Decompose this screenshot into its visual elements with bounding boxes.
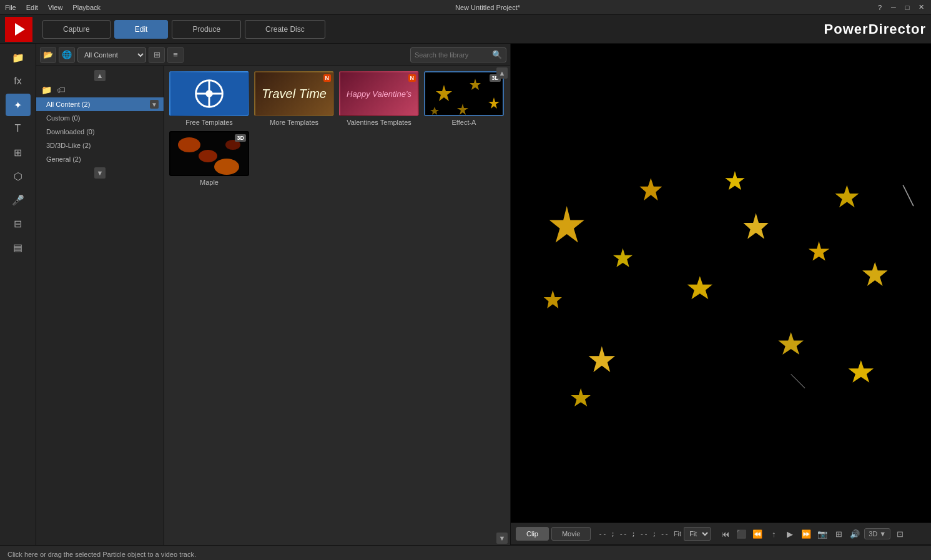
minimize-icon[interactable]: ─ bbox=[889, 2, 899, 12]
lib-sidebar: ▲ 📁 🏷 All Content (2) ▼ Custom (0) Downl… bbox=[36, 66, 164, 545]
lib-grid-btn[interactable]: ⊞ bbox=[149, 47, 165, 63]
snapshot-btn[interactable]: 📷 bbox=[815, 527, 829, 541]
template-valentines-badge: N bbox=[408, 74, 416, 82]
lib-search-wrap: 🔍 bbox=[410, 47, 506, 62]
menu-file[interactable]: File bbox=[5, 4, 16, 11]
help-icon[interactable]: ? bbox=[875, 2, 885, 12]
volume-btn[interactable]: 🔊 bbox=[848, 527, 862, 541]
chapmark-tool[interactable]: ▤ bbox=[6, 236, 31, 258]
fx-tool[interactable]: fx bbox=[6, 70, 31, 92]
time-display: -- ; -- ; -- ; -- bbox=[598, 530, 669, 538]
sidebar-scroll-up[interactable]: ▲ bbox=[94, 70, 106, 81]
svg-marker-0 bbox=[15, 23, 25, 36]
capture-button[interactable]: Capture bbox=[42, 20, 111, 39]
edit-button[interactable]: Edit bbox=[114, 20, 169, 39]
media-tool[interactable]: 📁 bbox=[6, 46, 31, 69]
template-effect-a[interactable]: 3D Effect-A bbox=[424, 71, 504, 126]
preview-panel: Clip Movie -- ; -- ; -- ; -- Fit Fit ⏮ ⬛… bbox=[511, 44, 931, 545]
library-content: ▲ 📁 🏷 All Content (2) ▼ Custom (0) Downl… bbox=[36, 66, 510, 545]
title-center: New Untitled Project* bbox=[111, 4, 865, 11]
library-toolbar: 📂 🌐 All Content ⊞ ≡ 🔍 bbox=[36, 44, 510, 66]
3d-badge[interactable]: 3D ▼ bbox=[864, 528, 890, 539]
preview-transport: ⏮ ⬛ ⏪ ↑ ▶ ⏩ 📷 ⊞ 🔊 3D ▼ ⊡ bbox=[718, 527, 907, 541]
audio-tool[interactable]: 🎤 bbox=[6, 189, 31, 211]
lib-import-btn[interactable]: 📂 bbox=[40, 47, 56, 63]
lib-dropdown[interactable]: All Content bbox=[77, 47, 146, 62]
template-maple-badge: 3D bbox=[235, 134, 246, 142]
pip-tool[interactable]: ⊞ bbox=[6, 141, 31, 164]
play-btn[interactable]: ▶ bbox=[783, 527, 797, 541]
svg-point-15 bbox=[199, 150, 217, 162]
template-effect-label: Effect-A bbox=[452, 119, 476, 126]
fit-label: Fit bbox=[674, 530, 681, 538]
svg-rect-17 bbox=[511, 150, 931, 416]
sidebar-item-custom[interactable]: Custom (0) bbox=[36, 111, 164, 125]
preview-tab-movie[interactable]: Movie bbox=[551, 527, 591, 541]
template-maple[interactable]: 3D Maple bbox=[169, 131, 249, 186]
folder-icon[interactable]: 📁 bbox=[41, 85, 52, 95]
svg-point-14 bbox=[214, 159, 239, 175]
template-maple-label: Maple bbox=[200, 179, 219, 186]
search-input[interactable] bbox=[415, 51, 490, 59]
svg-point-13 bbox=[178, 137, 200, 152]
subtitle-tool[interactable]: ⊟ bbox=[6, 212, 31, 235]
tag-icon[interactable]: 🏷 bbox=[57, 85, 66, 95]
lib-list-btn[interactable]: ≡ bbox=[167, 47, 184, 63]
pip-btn[interactable]: ⊡ bbox=[893, 527, 907, 541]
restore-icon[interactable]: □ bbox=[902, 2, 912, 12]
scroll-btn-all[interactable]: ▼ bbox=[150, 100, 159, 109]
left-panel: 📁 fx ✦ T ⊞ ⬡ 🎤 ⊟ ▤ bbox=[0, 44, 36, 545]
fit-select[interactable]: Fit bbox=[684, 527, 711, 541]
sidebar-scroll-down[interactable]: ▼ bbox=[94, 167, 106, 179]
grid-scroll-down[interactable]: ▼ bbox=[496, 531, 508, 545]
menu-bar: File Edit View Playback New Untitled Pro… bbox=[0, 0, 931, 15]
lib-sidebar-icons: 📁 🏷 bbox=[36, 82, 164, 97]
brand-title: PowerDirector bbox=[824, 21, 926, 37]
step-back-btn[interactable]: ⏪ bbox=[751, 527, 764, 541]
grid-btn[interactable]: ⊞ bbox=[832, 527, 845, 541]
status-message: Click here or drag the selected Particle… bbox=[7, 551, 196, 558]
sidebar-item-general[interactable]: General (2) bbox=[36, 152, 164, 166]
sidebar-item-3d[interactable]: 3D/3D-Like (2) bbox=[36, 139, 164, 152]
mode-bar: Capture Edit Produce Create Disc PowerDi… bbox=[0, 15, 931, 44]
main-layout: 📁 fx ✦ T ⊞ ⬡ 🎤 ⊟ ▤ 📂 🌐 All Content ⊞ ≡ 🔍 bbox=[0, 44, 931, 545]
text-tool[interactable]: T bbox=[6, 117, 31, 140]
template-more[interactable]: N Travel Time More Templates bbox=[254, 71, 334, 126]
library-panel: 📂 🌐 All Content ⊞ ≡ 🔍 ▲ 📁 🏷 bbox=[36, 44, 511, 545]
menu-edit[interactable]: Edit bbox=[26, 4, 38, 11]
export-btn[interactable]: ↑ bbox=[767, 527, 781, 541]
template-valentines[interactable]: N Happy Valentine's Valentines Templates bbox=[339, 71, 419, 126]
app-logo bbox=[5, 17, 32, 42]
create-disc-button[interactable]: Create Disc bbox=[245, 20, 325, 39]
template-valentines-label: Valentines Templates bbox=[347, 119, 411, 126]
template-free-label: Free Templates bbox=[185, 119, 233, 126]
template-grid: ▲ Free Templates bbox=[164, 66, 510, 545]
preview-video bbox=[511, 44, 931, 523]
menu-view[interactable]: View bbox=[48, 4, 63, 11]
rewind-btn[interactable]: ⏮ bbox=[718, 527, 732, 541]
close-icon[interactable]: ✕ bbox=[916, 2, 926, 12]
template-more-badge: N bbox=[323, 74, 332, 82]
step-fwd-btn[interactable]: ⏩ bbox=[799, 527, 813, 541]
sidebar-item-downloaded[interactable]: Downloaded (0) bbox=[36, 125, 164, 139]
template-free[interactable]: Free Templates bbox=[169, 71, 249, 126]
template-more-label: More Templates bbox=[270, 119, 318, 126]
preview-canvas bbox=[511, 44, 931, 523]
preview-controls: Clip Movie -- ; -- ; -- ; -- Fit Fit ⏮ ⬛… bbox=[511, 523, 931, 545]
preview-tab-clip[interactable]: Clip bbox=[516, 527, 549, 541]
stop-btn[interactable]: ⬛ bbox=[734, 527, 748, 541]
mask-tool[interactable]: ⬡ bbox=[6, 165, 31, 187]
particle-tool[interactable]: ✦ bbox=[6, 94, 31, 116]
sidebar-item-all[interactable]: All Content (2) ▼ bbox=[36, 97, 164, 111]
produce-button[interactable]: Produce bbox=[172, 20, 241, 39]
drag-info-bar: Click here or drag the selected Particle… bbox=[0, 545, 931, 560]
lib-download-btn[interactable]: 🌐 bbox=[59, 47, 75, 63]
grid-scroll-up[interactable]: ▲ bbox=[496, 66, 508, 80]
menu-playback[interactable]: Playback bbox=[72, 4, 101, 11]
search-icon: 🔍 bbox=[492, 50, 502, 59]
